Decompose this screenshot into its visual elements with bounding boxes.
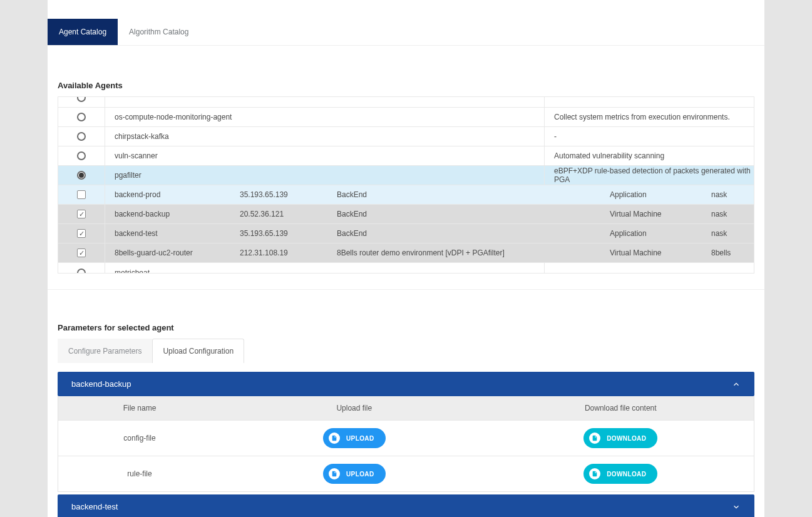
chevron-down-icon xyxy=(732,503,741,511)
upload-button[interactable]: UPLOAD xyxy=(323,464,386,484)
file-icon xyxy=(589,433,600,444)
instance-row[interactable]: backend-backup20.52.36.121BackEndVirtual… xyxy=(58,205,754,224)
agent-description: - xyxy=(544,127,754,146)
instance-checkbox[interactable] xyxy=(77,248,86,257)
file-icon xyxy=(329,468,340,479)
agent-name: metricbeat xyxy=(105,269,544,274)
instance-ip: 35.193.65.139 xyxy=(240,190,337,199)
instance-ip: 20.52.36.121 xyxy=(240,210,337,218)
agent-row[interactable]: os-compute-node-monitoring-agentCollect … xyxy=(58,108,754,127)
tab-algorithm-catalog[interactable]: Algorithm Catalog xyxy=(118,19,200,45)
instance-desc: BackEnd xyxy=(337,229,610,238)
instance-row[interactable]: 8bells-guard-uc2-router212.31.108.198Bel… xyxy=(58,243,754,263)
accordion-title: backend-backup xyxy=(71,379,131,389)
download-button[interactable]: DOWNLOAD xyxy=(583,464,657,484)
tab-configure-parameters[interactable]: Configure Parameters xyxy=(58,339,152,363)
instance-checkbox[interactable] xyxy=(77,210,86,218)
file-name-cell: rule-file xyxy=(58,462,221,486)
agent-radio[interactable] xyxy=(77,97,86,102)
col-upload: Upload file xyxy=(221,396,488,420)
agent-name: chirpstack-kafka xyxy=(105,132,544,141)
agent-row[interactable]: metricbeat- xyxy=(58,263,754,273)
instance-name: backend-prod xyxy=(105,190,240,199)
col-download: Download file content xyxy=(488,396,754,420)
instance-checkbox[interactable] xyxy=(77,190,86,199)
instance-checkbox[interactable] xyxy=(77,229,86,238)
instance-type: Virtual Machine xyxy=(610,248,711,257)
accordion-body: File nameUpload fileDownload file conten… xyxy=(58,396,754,492)
instance-name: backend-backup xyxy=(105,210,240,218)
agent-radio[interactable] xyxy=(77,269,86,274)
tab-agent-catalog[interactable]: Agent Catalog xyxy=(48,19,118,45)
upload-config-accordion: backend-backupFile nameUpload fileDownlo… xyxy=(58,372,754,517)
instance-type: Application xyxy=(610,190,711,199)
instance-org: nask xyxy=(711,229,754,238)
agents-table: os-compute-node-monitoring-agentCollect … xyxy=(58,96,754,274)
instance-name: 8bells-guard-uc2-router xyxy=(105,248,240,257)
parameters-heading: Parameters for selected agent xyxy=(48,320,764,339)
download-button[interactable]: DOWNLOAD xyxy=(583,428,657,448)
file-icon xyxy=(329,433,340,444)
agent-row[interactable]: chirpstack-kafka- xyxy=(58,127,754,146)
chevron-up-icon xyxy=(732,380,741,389)
upload-label: UPLOAD xyxy=(346,435,374,442)
instance-desc: BackEnd xyxy=(337,190,610,199)
agent-row[interactable]: pgafiltereBPF+XDP rule-based detection o… xyxy=(58,166,754,185)
accordion-title: backend-test xyxy=(71,502,118,511)
parameters-panel: Parameters for selected agent Configure … xyxy=(48,320,764,517)
agent-description: Collect system metrics from execution en… xyxy=(544,108,754,126)
agent-name: vuln-scanner xyxy=(105,151,544,160)
file-icon xyxy=(589,468,600,479)
instance-desc: BackEnd xyxy=(337,210,610,218)
instance-desc: 8Bells router demo environment [vDPI + P… xyxy=(337,248,610,257)
instance-org: nask xyxy=(711,210,754,218)
upload-label: UPLOAD xyxy=(346,471,374,478)
parameter-tabbar: Configure Parameters Upload Configuratio… xyxy=(48,339,764,363)
tab-upload-configuration[interactable]: Upload Configuration xyxy=(152,339,244,363)
instance-org: nask xyxy=(711,190,754,199)
agent-row[interactable]: vuln-scannerAutomated vulnerability scan… xyxy=(58,146,754,166)
agent-description: eBPF+XDP rule-based detection of packets… xyxy=(544,166,754,185)
agent-radio[interactable] xyxy=(77,171,86,180)
agent-name: os-compute-node-monitoring-agent xyxy=(105,113,544,121)
agent-radio[interactable] xyxy=(77,132,86,141)
accordion-item: backend-backupFile nameUpload fileDownlo… xyxy=(58,372,754,492)
agent-radio[interactable] xyxy=(77,151,86,160)
agent-name: pgafilter xyxy=(105,171,544,180)
instance-org: 8bells xyxy=(711,248,754,257)
file-name-cell: config-file xyxy=(58,426,221,450)
agent-radio[interactable] xyxy=(77,113,86,121)
instance-row[interactable]: backend-test35.193.65.139BackEndApplicat… xyxy=(58,224,754,243)
agent-catalog-panel: Agent Catalog Algorithm Catalog Availabl… xyxy=(48,0,764,289)
agent-description xyxy=(544,97,754,107)
instance-name: backend-test xyxy=(105,229,240,238)
instance-row[interactable]: backend-prod35.193.65.139BackEndApplicat… xyxy=(58,185,754,205)
instance-ip: 212.31.108.19 xyxy=(240,248,337,257)
agent-row[interactable] xyxy=(58,97,754,108)
file-row: rule-fileUPLOADDOWNLOAD xyxy=(58,456,754,491)
instance-ip: 35.193.65.139 xyxy=(240,229,337,238)
file-row: config-fileUPLOADDOWNLOAD xyxy=(58,420,754,456)
agent-description: Automated vulnerability scanning xyxy=(544,146,754,165)
available-agents-heading: Available Agents xyxy=(48,71,764,96)
accordion-item: backend-test xyxy=(58,494,754,517)
agent-description: - xyxy=(544,263,754,273)
instance-type: Virtual Machine xyxy=(610,210,711,218)
download-label: DOWNLOAD xyxy=(607,471,646,478)
accordion-header[interactable]: backend-backup xyxy=(58,372,754,396)
file-table-header: File nameUpload fileDownload file conten… xyxy=(58,396,754,420)
upload-button[interactable]: UPLOAD xyxy=(323,428,386,448)
download-label: DOWNLOAD xyxy=(607,435,646,442)
catalog-tabbar: Agent Catalog Algorithm Catalog xyxy=(48,19,764,46)
agents-table-scroll[interactable]: os-compute-node-monitoring-agentCollect … xyxy=(58,97,754,273)
instance-type: Application xyxy=(610,229,711,238)
accordion-header[interactable]: backend-test xyxy=(58,494,754,517)
col-file-name: File name xyxy=(58,396,221,420)
